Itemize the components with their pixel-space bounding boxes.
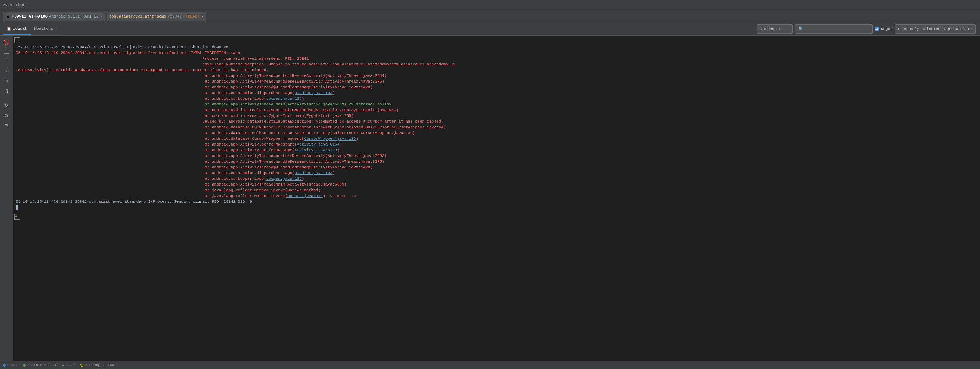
clear-icon: 🚫	[3, 39, 9, 45]
cursorwrapper-link[interactable]: CursorWrapper.java:186	[304, 136, 356, 141]
sidebar-help-btn[interactable]: ?	[2, 121, 11, 131]
help-icon: ?	[5, 124, 8, 129]
sidebar-clear-btn[interactable]: 🚫	[2, 37, 11, 47]
log-line-21: at android.app.ActivityThread.handleResu…	[14, 159, 978, 165]
app-title: AV Monitor	[3, 3, 27, 7]
debug-label: 5 Debug	[85, 363, 100, 367]
log-line-5: .MainActivity}: android.database.StaleDa…	[14, 67, 978, 73]
verbose-selector[interactable]: Verbose ⬍	[757, 24, 793, 33]
app-package: com.asiatravel.atjardemo	[110, 14, 166, 19]
status-memory[interactable]: 0 M...	[3, 363, 20, 367]
add-btn[interactable]: +	[3, 48, 9, 54]
filter-icon: ⊞	[5, 78, 8, 84]
scroll-down-icon: ↓	[5, 67, 8, 73]
activity-resume-link[interactable]: Activity.java:6180	[294, 148, 337, 152]
sidebar-print-btn[interactable]: 🖨	[2, 87, 11, 97]
run-label: 1 Run	[66, 363, 76, 367]
app-status-badge: [DEAD]	[185, 14, 200, 19]
regex-checkbox-container[interactable]: Regex	[875, 27, 892, 32]
log-line-7: at android.app.ActivityThread.handleResu…	[14, 79, 978, 84]
todo-label: TODO	[108, 363, 116, 367]
settings-icon: ⚙	[5, 112, 8, 119]
show-only-label: Show only selected application	[898, 27, 969, 31]
sidebar-divider	[3, 98, 10, 98]
log-content[interactable]: + 05-10 15:25:13.409 29842-29842/com.asi…	[13, 36, 980, 361]
log-line-9: at android.os.Handler.dispatchMessage(Ha…	[14, 90, 978, 96]
app-selector[interactable]: com.asiatravel.atjardemo (29842) [DEAD] …	[107, 12, 206, 21]
show-only-arrow: ▾	[970, 27, 972, 31]
log-line-6: at android.app.ActivityThread.performRes…	[14, 73, 978, 79]
status-debug[interactable]: 🐛 5 Debug	[80, 363, 100, 367]
memory-label: 0 M...	[7, 363, 20, 367]
log-line-28: 05-10 15:25:13.429 29842-29842/com.asiat…	[14, 199, 978, 204]
log-line-18: at android.app.Activity.performRestart(A…	[14, 142, 978, 147]
status-run[interactable]: ▶ 1 Run	[62, 363, 76, 367]
monitors-tab-arrow: →	[54, 27, 57, 31]
print-icon: 🖨	[4, 89, 9, 94]
toolbar: Verbose ⬍ 🔍 Regex Show only selected app…	[754, 23, 978, 36]
log-line-19: at android.app.Activity.performResume(Ac…	[14, 147, 978, 153]
sidebar-scroll-down-btn[interactable]: ↓	[2, 65, 11, 75]
log-line-15: at android.database.BulkCursorToCursorAd…	[14, 124, 978, 130]
log-line-8: at android.app.ActivityThread$H.handleMe…	[14, 84, 978, 90]
search-icon: 🔍	[798, 27, 803, 32]
status-todo[interactable]: ☰ TODO	[103, 363, 116, 367]
log-line-25: at android.app.ActivityThread.main(Activ…	[14, 182, 978, 187]
log-add-top-btn[interactable]: +	[14, 37, 20, 43]
handler-link[interactable]: Handler.java:102	[294, 91, 332, 95]
tabs-bar: 📋 logcat Monitors →	[2, 23, 62, 35]
device-android-version: Android 5.1.1, API 22	[49, 14, 99, 19]
search-box[interactable]: 🔍	[795, 24, 873, 33]
device-dropdown-arrow: ▾	[100, 14, 102, 19]
device-name: HUAWEI ATH-AL00	[12, 14, 48, 19]
log-line-22: at android.app.ActivityThread$H.handleMe…	[14, 165, 978, 170]
log-line-26: at java.lang.reflect.Method.invoke(Nativ…	[14, 187, 978, 193]
scroll-up-icon: ↑	[5, 56, 8, 63]
verbose-arrows: ⬍	[778, 27, 780, 31]
verbose-label: Verbose	[760, 27, 777, 31]
refresh-icon: ↻	[5, 102, 8, 108]
looper-link-1[interactable]: Looper.java:135	[266, 97, 302, 101]
log-add-bottom-btn[interactable]: +	[14, 214, 20, 220]
android-monitor-label: Android Monitor	[27, 363, 59, 367]
log-line-10: at android.os.Looper.loop(Looper.java:13…	[14, 96, 978, 101]
log-line-24: at android.os.Looper.loop(Looper.java:13…	[14, 176, 978, 182]
android-monitor-dot	[23, 364, 26, 367]
device-bar: 📱 HUAWEI ATH-AL00 Android 5.1.1, API 22 …	[0, 10, 980, 23]
sidebar-filter-btn[interactable]: ⊞	[2, 76, 11, 86]
looper-link-2[interactable]: Looper.java:135	[266, 177, 302, 181]
log-line-12: at com.android.internal.os.ZygoteInit$Me…	[14, 107, 978, 113]
app-dropdown-arrow: ▾	[201, 14, 204, 19]
log-line-3: Process: com.asiatravel.atjardemo, PID: …	[14, 56, 978, 62]
log-line-14: Caused by: android.database.StaleDataExc…	[14, 119, 978, 124]
activity-restart-link[interactable]: Activity.java:6154	[297, 142, 340, 147]
regex-checkbox[interactable]	[875, 27, 880, 32]
search-input[interactable]	[805, 27, 869, 31]
log-line-16: at android.database.BulkCursorToCursorAd…	[14, 130, 978, 136]
tab-logcat[interactable]: 📋 logcat	[3, 23, 31, 35]
sidebar-settings-btn[interactable]: ⚙	[2, 111, 11, 120]
cursor-line	[14, 204, 978, 212]
show-only-selected-btn[interactable]: Show only selected application ▾	[895, 24, 976, 33]
logcat-tab-label: logcat	[13, 27, 27, 31]
log-line-20: at android.app.ActivityThread.performRes…	[14, 153, 978, 159]
log-line-11: at android.app.ActivityThread.main(Activ…	[14, 101, 978, 107]
log-line-23: at android.os.Handler.dispatchMessage(Ha…	[14, 170, 978, 176]
status-android-monitor[interactable]: Android Monitor	[23, 363, 59, 367]
device-selector[interactable]: 📱 HUAWEI ATH-AL00 Android 5.1.1, API 22 …	[3, 12, 105, 21]
sidebar-scroll-up-btn[interactable]: ↑	[2, 54, 11, 64]
todo-icon: ☰	[103, 363, 106, 367]
logcat-tab-icon: 📋	[6, 27, 11, 31]
regex-label: Regex	[881, 27, 892, 31]
tab-monitors[interactable]: Monitors →	[31, 23, 60, 35]
run-icon: ▶	[62, 363, 64, 367]
method-link[interactable]: Method.java:372	[287, 194, 323, 198]
log-line-2: 05-10 15:25:13.419 29842-29842/com.asiat…	[14, 50, 978, 56]
log-line-27: at java.lang.reflect.Method.invoke(Metho…	[14, 193, 978, 199]
app-pid: (29842)	[167, 14, 184, 19]
sidebar-refresh-btn[interactable]: ↻	[2, 100, 11, 110]
handler-link-2[interactable]: Handler.java:102	[294, 171, 332, 175]
memory-dot	[3, 364, 6, 367]
log-line-17: at android.database.CursorWrapper.requer…	[14, 136, 978, 142]
log-line-1: 05-10 15:25:13.409 29842-29842/com.asiat…	[14, 44, 978, 50]
